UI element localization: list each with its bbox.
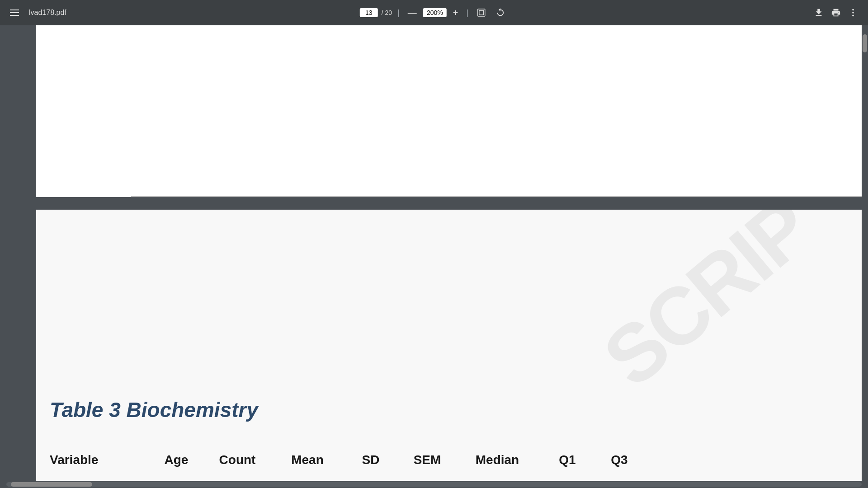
page-number-input[interactable]	[363, 9, 375, 16]
page-separator: / 20	[382, 9, 392, 16]
page-gap	[36, 197, 868, 210]
svg-point-3	[852, 12, 854, 14]
svg-rect-1	[479, 10, 484, 15]
table-title: Table 3 Biochemistry	[50, 398, 258, 422]
bottom-scrollbar[interactable]	[0, 481, 868, 488]
col-header-count: Count	[203, 453, 271, 467]
col-header-sem: SEM	[398, 453, 457, 467]
svg-point-2	[852, 9, 854, 11]
fit-page-button[interactable]	[474, 6, 489, 19]
download-icon	[814, 8, 824, 18]
page-input-container	[360, 8, 378, 17]
col-header-q1: Q1	[538, 453, 597, 467]
pdf-page-bottom: SCRIP Table 3 Biochemistry Variable Age …	[36, 210, 862, 481]
fit-page-icon	[476, 8, 486, 18]
bottom-scroll-track[interactable]	[6, 482, 862, 487]
col-header-age: Age	[149, 453, 203, 467]
separator-1: |	[397, 8, 400, 18]
rotate-icon	[495, 8, 505, 18]
table-header-row: Variable Age Count Mean SD SEM Median Q1…	[50, 453, 848, 467]
more-icon	[848, 8, 858, 18]
toolbar-left: lvad178.pdf	[7, 8, 66, 18]
download-button[interactable]	[811, 6, 826, 19]
col-header-variable: Variable	[50, 453, 149, 467]
rotate-button[interactable]	[493, 6, 508, 19]
col-header-median: Median	[457, 453, 538, 467]
svg-point-4	[852, 15, 854, 17]
hamburger-icon	[10, 9, 19, 16]
toolbar-right	[811, 6, 861, 19]
toolbar: lvad178.pdf / 20 | — 200% + |	[0, 0, 868, 25]
left-sidebar	[0, 25, 36, 481]
col-header-sd: SD	[344, 453, 398, 467]
more-options-button[interactable]	[845, 6, 861, 19]
page-rule	[131, 197, 862, 197]
zoom-level-display: 200%	[423, 8, 447, 17]
menu-button[interactable]	[7, 8, 22, 18]
pdf-area: SCRIP Table 3 Biochemistry Variable Age …	[36, 25, 868, 481]
toolbar-center: / 20 | — 200% + |	[360, 6, 508, 19]
watermark: SCRIP	[586, 210, 828, 405]
right-scrollbar[interactable]	[862, 25, 868, 474]
pdf-page-top	[36, 25, 862, 197]
separator-2: |	[467, 8, 469, 18]
print-icon	[831, 8, 841, 18]
zoom-in-button[interactable]: +	[450, 7, 461, 19]
bottom-scroll-thumb[interactable]	[11, 482, 92, 487]
print-button[interactable]	[828, 6, 844, 19]
scrollbar-thumb[interactable]	[863, 34, 867, 52]
col-header-mean: Mean	[271, 453, 344, 467]
col-header-q3: Q3	[597, 453, 642, 467]
zoom-out-button[interactable]: —	[405, 7, 420, 19]
main-content: SCRIP Table 3 Biochemistry Variable Age …	[0, 25, 868, 481]
file-title: lvad178.pdf	[29, 9, 66, 17]
